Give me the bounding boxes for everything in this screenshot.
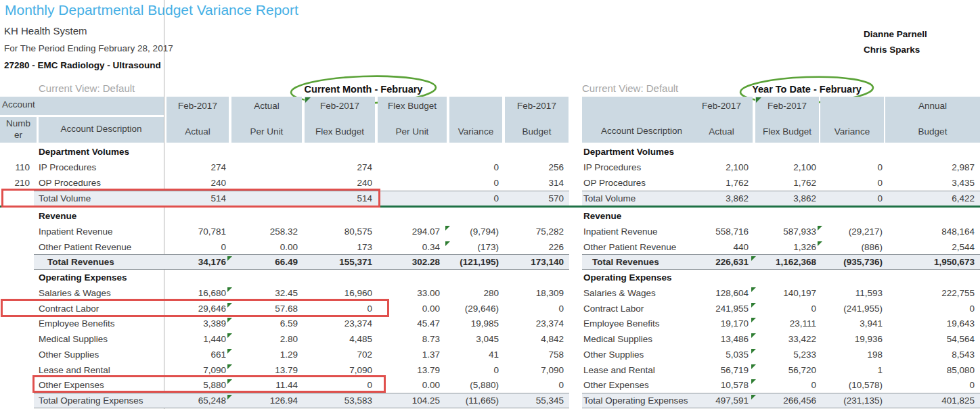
value-cell-left: 45.47	[378, 316, 447, 331]
header-cell-right-2: Variance	[820, 97, 884, 143]
current-view-label-left: Current View: Default	[39, 82, 135, 94]
value-cell-left: 302.28	[378, 254, 447, 270]
value-cell-left: 0	[166, 239, 229, 255]
value-cell-left: (5,880)	[449, 377, 502, 393]
value-cell-left: 0	[449, 362, 502, 378]
report-page: Monthly Departmental Budget Variance Rep…	[0, 0, 980, 409]
value-cell-left: 173,140	[505, 254, 569, 270]
row-label-right: OP Procedures	[583, 175, 703, 191]
preparer-name-2: Chris Sparks	[864, 45, 920, 55]
value-cell-left: 155,371	[305, 254, 375, 270]
value-cell-left: 66.49	[231, 254, 302, 270]
row-label-right: Lease and Rental	[583, 362, 703, 378]
value-cell-left: (9,794)	[449, 224, 502, 239]
value-cell-right: (29,217)	[820, 224, 884, 239]
value-cell-left: 80,575	[305, 224, 375, 239]
value-cell-left: (11,665)	[449, 393, 502, 408]
value-cell-right: 11,593	[820, 285, 884, 301]
value-cell-right: 0	[820, 191, 884, 206]
value-cell-left: 294.07	[378, 224, 447, 239]
value-cell-right: 848,164	[885, 224, 980, 239]
value-cell-left: 4,842	[505, 331, 569, 347]
header-cell-left-5: Feb-2017Budget	[505, 97, 569, 143]
value-cell-left: 0	[449, 175, 502, 191]
value-cell-left: 1.37	[378, 347, 447, 362]
value-cell-right: 241,955	[690, 301, 753, 316]
value-cell-right: 1,762	[755, 175, 819, 191]
value-cell-right: 587,933	[755, 224, 819, 239]
value-cell-right: 6,422	[885, 191, 980, 206]
row-label-right: Total Volume	[583, 191, 703, 206]
row-label-right: Revenue	[583, 208, 703, 224]
value-cell-left: 1.29	[231, 347, 302, 362]
header-cell-left-0: Feb-2017Actual	[166, 97, 229, 143]
value-cell-right: 19,936	[820, 331, 884, 347]
account-number-cell: 110	[0, 160, 30, 175]
current-view-label-right: Current View: Default	[582, 82, 678, 94]
value-cell-left: 104.25	[378, 393, 447, 408]
value-cell-left: 70,781	[166, 224, 229, 239]
value-cell-left: 256	[505, 160, 569, 175]
header-cell-account: Account	[0, 97, 164, 115]
header-cell-left-2: Feb-2017Flex Budget	[305, 97, 375, 143]
value-cell-right: 226,631	[690, 254, 753, 270]
value-cell-right: (935,736)	[820, 254, 884, 270]
value-cell-left: 53,583	[305, 393, 375, 408]
value-cell-right: 1,326	[755, 239, 819, 255]
row-label-right: Department Volumes	[583, 144, 703, 160]
row-label-left: Department Volumes	[39, 144, 194, 160]
year-to-date-title: Year To Date - February	[736, 84, 878, 95]
header-cell-left-1: ActualPer Unit	[231, 97, 302, 143]
preparer-name-1: Dianne Parnell	[864, 29, 927, 39]
row-label-left: Other Supplies	[39, 347, 162, 362]
value-cell-right: 3,862	[690, 191, 753, 206]
value-cell-right: 2,987	[885, 160, 980, 175]
value-cell-right: 3,435	[885, 175, 980, 191]
value-cell-left: 0.00	[378, 377, 447, 393]
value-cell-right: 497,591	[690, 393, 753, 408]
report-title: Monthly Departmental Budget Variance Rep…	[5, 2, 298, 18]
value-cell-left: 65,248	[166, 393, 229, 408]
value-cell-right: 85,080	[885, 362, 980, 378]
row-label-right: Other Expenses	[583, 377, 703, 393]
row-label-left: IP Procedures	[39, 160, 162, 175]
value-cell-right: 266,456	[755, 393, 819, 408]
value-cell-left: 4,485	[305, 331, 375, 347]
value-cell-left: 0	[505, 377, 569, 393]
value-cell-right: 558,716	[690, 224, 753, 239]
value-cell-right: 13,486	[690, 331, 753, 347]
value-cell-left: 1,440	[166, 331, 229, 347]
row-label-right: Total Operating Expenses	[583, 393, 703, 408]
value-cell-left: 226	[505, 239, 569, 255]
value-cell-right: (241,955)	[820, 301, 884, 316]
value-cell-right: 2,100	[690, 160, 753, 175]
value-cell-right: 0	[885, 377, 980, 393]
value-cell-right: 3,941	[820, 316, 884, 331]
value-cell-left: 2.80	[231, 331, 302, 347]
value-cell-right: 0	[885, 301, 980, 316]
value-cell-right: 1,762	[690, 175, 753, 191]
value-cell-right: 2,544	[885, 239, 980, 255]
value-cell-right: 5,035	[690, 347, 753, 362]
row-label-right: Operating Expenses	[583, 270, 703, 285]
value-cell-left: 126.94	[231, 393, 302, 408]
value-cell-left: 13.79	[378, 362, 447, 378]
value-cell-right: 0	[755, 301, 819, 316]
highlight-box-contract-labor	[1, 299, 389, 317]
row-label-left: Total Revenues	[47, 254, 162, 270]
period-label: For The Period Ending February 28, 2017	[4, 43, 173, 53]
highlight-box-other-expenses	[32, 375, 386, 393]
header-cell-right-3: AnnualBudget	[885, 97, 980, 143]
row-label-right: Other Patient Revenue	[583, 239, 703, 255]
row-label-right: IP Procedures	[583, 160, 703, 175]
value-cell-left: 6.59	[231, 316, 302, 331]
value-cell-left: (121,195)	[449, 254, 502, 270]
value-cell-right: 8,543	[885, 347, 980, 362]
value-cell-right: 128,604	[690, 285, 753, 301]
value-cell-right: (231,135)	[820, 393, 884, 408]
row-label-left: Operating Expenses	[39, 270, 194, 285]
value-cell-left: 23,374	[505, 316, 569, 331]
value-cell-left: 75,282	[505, 224, 569, 239]
row-label-left: Employee Benefits	[39, 316, 162, 331]
value-cell-left: (29,646)	[449, 301, 502, 316]
